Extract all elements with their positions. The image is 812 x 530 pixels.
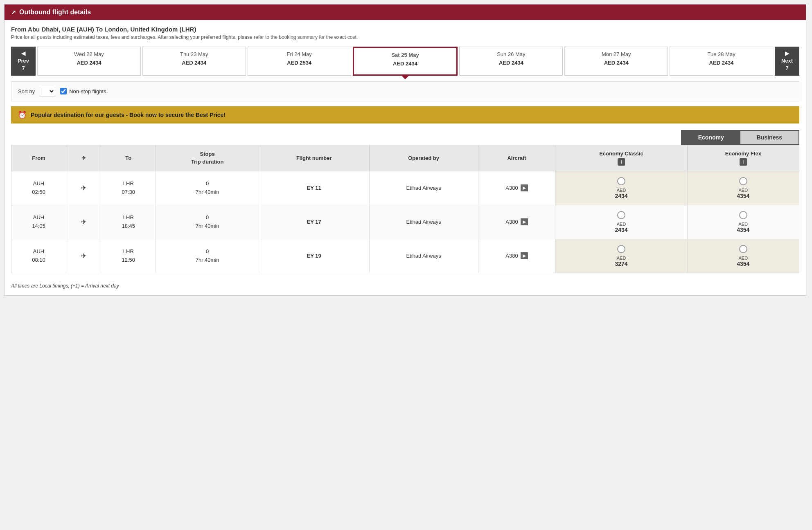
sort-bar: Sort by Non-stop flights — [11, 81, 799, 101]
flex-price-2: 4354 — [692, 261, 795, 267]
from-code-1: AUH — [16, 213, 62, 222]
table-row: AUH 02:50 ✈ LHR 07:30 — [11, 171, 799, 205]
sort-select[interactable] — [40, 86, 55, 97]
from-cell-0: AUH 02:50 — [11, 171, 66, 205]
classic-radio-1[interactable] — [617, 211, 625, 219]
route-title: From Abu Dhabi, UAE (AUH) To London, Uni… — [11, 26, 799, 33]
aircraft-name-1: A380 — [505, 219, 518, 225]
table-row: AUH 08:10 ✈ LHR 12:50 — [11, 239, 799, 273]
flex-radio-1[interactable] — [739, 211, 747, 219]
classic-radio-2[interactable] — [617, 245, 625, 253]
economy-tab[interactable]: Economy — [682, 131, 740, 144]
currency-label-flex-2: AED — [692, 256, 795, 261]
operated-by-2: Etihad Airways — [369, 239, 478, 273]
aircraft-info-button-1[interactable]: ▶ — [521, 218, 528, 225]
to-code-0: LHR — [105, 180, 151, 188]
date-cell-4[interactable]: Sun 26 May AED 2434 — [459, 47, 563, 76]
next-button[interactable]: ▶ Next 7 — [775, 47, 799, 76]
nonstop-checkbox-group: Non-stop flights — [60, 88, 106, 94]
to-code-2: LHR — [105, 247, 151, 256]
flex-price-cell-0[interactable]: AED 4354 — [687, 171, 799, 205]
date-label-2: Fri 24 May — [251, 51, 347, 57]
prev-button[interactable]: ◀ Prev 7 — [11, 47, 36, 76]
economy-flex-info-icon[interactable]: i — [740, 158, 747, 166]
flex-price-cell-1[interactable]: AED 4354 — [687, 205, 799, 239]
outbound-arrow-icon: ↗ — [11, 9, 16, 16]
date-label-3: Sat 25 May — [357, 52, 453, 58]
to-cell-2: LHR 12:50 — [101, 239, 156, 273]
th-stops: Stops Trip duration — [156, 145, 259, 171]
date-price-6: AED 2434 — [673, 60, 769, 66]
th-operated-by: Operated by — [369, 145, 478, 171]
flex-radio-0[interactable] — [739, 177, 747, 185]
date-cell-3-selected[interactable]: Sat 25 May AED 2434 — [353, 47, 458, 76]
currency-label-classic-1: AED — [559, 222, 683, 227]
date-price-1: AED 2434 — [146, 60, 242, 66]
flight-number-0: EY 11 — [259, 171, 369, 205]
classic-price-0: 2434 — [559, 193, 683, 199]
date-cell-5[interactable]: Mon 27 May AED 2434 — [564, 47, 668, 76]
plane-cell-1: ✈ — [66, 205, 101, 239]
date-cell-1[interactable]: Thu 23 May AED 2434 — [142, 47, 246, 76]
nonstop-checkbox[interactable] — [60, 88, 67, 94]
date-price-5: AED 2434 — [568, 60, 664, 66]
th-economy-flex: Economy Flex i — [687, 145, 799, 171]
promo-icon: ⏰ — [18, 110, 27, 119]
from-code-2: AUH — [16, 247, 62, 256]
date-label-1: Thu 23 May — [146, 51, 242, 57]
date-cell-0[interactable]: Wed 22 May AED 2434 — [37, 47, 141, 76]
economy-classic-info-icon[interactable]: i — [618, 158, 625, 166]
flight-number-1: EY 17 — [259, 205, 369, 239]
aircraft-info-button-2[interactable]: ▶ — [521, 252, 528, 259]
classic-price-2: 3274 — [559, 261, 683, 267]
currency-label-classic-2: AED — [559, 256, 683, 261]
main-container: ↗ Outbound flight details From Abu Dhabi… — [4, 4, 806, 296]
flex-price-cell-2[interactable]: AED 4354 — [687, 239, 799, 273]
duration-label: Trip duration — [191, 159, 223, 165]
stops-cell-2: 0 7hr 40min — [156, 239, 259, 273]
operated-by-0: Etihad Airways — [369, 171, 478, 205]
date-cell-6[interactable]: Tue 28 May AED 2434 — [670, 47, 773, 76]
aircraft-name-0: A380 — [505, 185, 518, 191]
business-tab[interactable]: Business — [740, 131, 798, 144]
stops-cell-0: 0 7hr 40min — [156, 171, 259, 205]
currency-label-classic-0: AED — [559, 188, 683, 193]
flex-price-1: 4354 — [692, 227, 795, 233]
flight-table-wrapper: Economy Business From ✈ To Stops Trip du… — [11, 130, 799, 273]
footer-note: All times are Local timings, (+1) = Arri… — [5, 280, 806, 295]
prev-arrow-icon: ◀ — [21, 50, 25, 57]
classic-price-cell-1[interactable]: AED 2434 — [555, 205, 687, 239]
classic-price-cell-2[interactable]: AED 3274 — [555, 239, 687, 273]
flex-price-0: 4354 — [692, 193, 795, 199]
route-info: From Abu Dhabi, UAE (AUH) To London, Uni… — [5, 20, 806, 43]
classic-price-cell-0[interactable]: AED 2434 — [555, 171, 687, 205]
sort-label: Sort by — [18, 88, 35, 94]
date-cell-2[interactable]: Fri 24 May AED 2534 — [248, 47, 351, 76]
promo-text: Popular destination for our guests - Boo… — [31, 112, 226, 118]
promo-banner: ⏰ Popular destination for our guests - B… — [11, 106, 799, 124]
stops-1: 0 — [160, 213, 255, 222]
next-number: 7 — [785, 65, 788, 72]
flex-radio-2[interactable] — [739, 245, 747, 253]
from-time-0: 02:50 — [16, 188, 62, 197]
table-row: AUH 14:05 ✈ LHR 18:45 — [11, 205, 799, 239]
flight-plane-icon-0: ✈ — [81, 184, 86, 191]
aircraft-1: A380 ▶ — [478, 205, 555, 239]
date-label-0: Wed 22 May — [41, 51, 137, 57]
class-tabs: Economy Business — [681, 130, 799, 145]
duration-2: 7hr 40min — [160, 256, 255, 265]
to-time-2: 12:50 — [105, 256, 151, 265]
th-to: To — [101, 145, 156, 171]
from-time-1: 14:05 — [16, 222, 62, 231]
date-price-2: AED 2534 — [251, 60, 347, 66]
prev-label: Prev — [18, 57, 29, 65]
prev-number: 7 — [22, 65, 25, 72]
classic-radio-0[interactable] — [617, 177, 625, 185]
plane-cell-2: ✈ — [66, 239, 101, 273]
from-code-0: AUH — [16, 180, 62, 188]
duration-1: 7hr 40min — [160, 222, 255, 231]
next-label: Next — [781, 57, 793, 65]
aircraft-info-button-0[interactable]: ▶ — [521, 184, 528, 191]
from-cell-1: AUH 14:05 — [11, 205, 66, 239]
flight-table: From ✈ To Stops Trip duration Flight num… — [11, 145, 799, 273]
